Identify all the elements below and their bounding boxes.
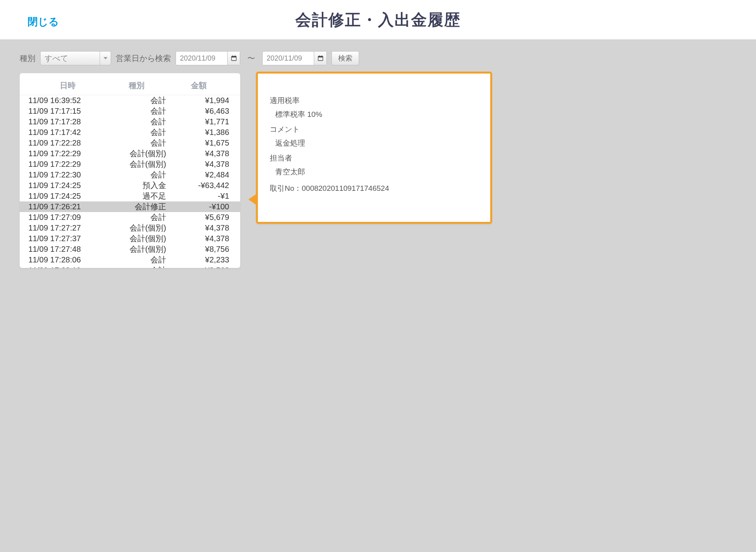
cell-amount: -¥63,442	[166, 181, 232, 190]
detail-panel: 適用税率 標準税率 10% コメント 返金処理 担当者 青空太郎 取引No：00…	[256, 72, 492, 224]
comment-value: 返金処理	[270, 138, 478, 149]
svg-rect-7	[321, 55, 322, 57]
to-date-calendar-button[interactable]	[314, 52, 326, 65]
col-header-datetime: 日時	[28, 80, 107, 91]
svg-rect-2	[232, 55, 233, 57]
cell-datetime: 11/09 17:24:25	[28, 191, 107, 201]
cell-type: 過不足	[107, 191, 166, 201]
tax-rate-value: 標準税率 10%	[270, 109, 478, 120]
col-header-type: 種別	[107, 80, 166, 91]
cell-amount: ¥2,563	[166, 266, 232, 268]
table-row[interactable]: 11/09 17:27:37会計(個別)¥4,378	[20, 233, 240, 244]
table-row[interactable]: 11/09 16:39:52会計¥1,994	[20, 95, 240, 106]
cell-datetime: 11/09 17:27:48	[28, 244, 107, 254]
cell-amount: ¥8,756	[166, 244, 232, 254]
close-link[interactable]: 閉じる	[28, 15, 59, 29]
table-body[interactable]: 11/09 16:39:52会計¥1,99411/09 17:17:15会計¥6…	[20, 95, 240, 268]
cell-amount: ¥1,771	[166, 117, 232, 127]
tax-rate-label: 適用税率	[270, 95, 478, 107]
comment-label: コメント	[270, 124, 478, 135]
cell-type: 会計(個別)	[107, 244, 166, 254]
from-date-calendar-button[interactable]	[227, 52, 240, 65]
date-search-label: 営業日から検索	[116, 53, 171, 64]
cell-type: 会計	[107, 138, 166, 148]
cell-amount: -¥100	[166, 202, 232, 212]
cell-amount: ¥1,386	[166, 127, 232, 137]
to-date-input[interactable]	[263, 52, 314, 65]
cell-amount: ¥1,675	[166, 138, 232, 148]
cell-datetime: 11/09 17:28:06	[28, 255, 107, 265]
table-row[interactable]: 11/09 17:28:06会計¥2,233	[20, 255, 240, 265]
search-button[interactable]: 検索	[332, 51, 359, 65]
table-row[interactable]: 11/09 17:26:21会計修正-¥100	[20, 201, 240, 212]
cell-type: 会計	[107, 127, 166, 137]
cell-datetime: 11/09 17:22:29	[28, 159, 107, 169]
cell-type: 預入金	[107, 181, 166, 190]
cell-amount: ¥4,378	[166, 234, 232, 244]
svg-rect-5	[318, 56, 323, 57]
table-row[interactable]: 11/09 17:17:42会計¥1,386	[20, 127, 240, 138]
cell-type: 会計	[107, 106, 166, 116]
cell-datetime: 11/09 17:17:15	[28, 106, 107, 116]
transaction-number: 取引No：00082020110917​1746524	[270, 183, 478, 194]
table-row[interactable]: 11/09 17:24:25過不足-¥1	[20, 191, 240, 201]
calendar-icon	[231, 54, 237, 63]
cell-type: 会計	[107, 170, 166, 180]
table-row[interactable]: 11/09 17:22:30会計¥2,484	[20, 170, 240, 180]
chevron-down-icon	[100, 52, 111, 65]
svg-rect-1	[232, 56, 236, 57]
table-row[interactable]: 11/09 17:17:15会計¥6,463	[20, 106, 240, 116]
table-row[interactable]: 11/09 17:28:19会計¥2,563	[20, 265, 240, 268]
cell-type: 会計	[107, 117, 166, 127]
history-table: 日時 種別 金額 11/09 16:39:52会計¥1,99411/09 17:…	[20, 73, 240, 268]
page-title: 会計修正・入出金履歴	[295, 9, 461, 31]
cell-datetime: 11/09 17:27:37	[28, 234, 107, 244]
cell-amount: ¥4,378	[166, 159, 232, 169]
svg-rect-6	[319, 55, 320, 57]
cell-datetime: 11/09 17:17:28	[28, 117, 107, 127]
type-select[interactable]: すべて	[40, 51, 111, 65]
cell-datetime: 11/09 17:27:27	[28, 223, 107, 233]
cell-amount: ¥4,378	[166, 149, 232, 159]
cell-type: 会計	[107, 255, 166, 265]
cell-datetime: 11/09 17:24:25	[28, 181, 107, 190]
from-date-input[interactable]	[176, 52, 227, 65]
calendar-icon	[318, 54, 323, 63]
cell-datetime: 11/09 17:22:28	[28, 138, 107, 148]
cell-amount: ¥4,378	[166, 223, 232, 233]
cell-datetime: 11/09 17:17:42	[28, 127, 107, 137]
cell-amount: ¥6,463	[166, 106, 232, 116]
table-row[interactable]: 11/09 17:17:28会計¥1,771	[20, 116, 240, 127]
table-row[interactable]: 11/09 17:27:27会計(個別)¥4,378	[20, 223, 240, 233]
cell-amount: ¥2,233	[166, 255, 232, 265]
cell-datetime: 11/09 17:28:19	[28, 266, 107, 268]
from-date-group	[176, 51, 240, 65]
cell-type: 会計(個別)	[107, 234, 166, 244]
table-row[interactable]: 11/09 17:22:29会計(個別)¥4,378	[20, 159, 240, 170]
cell-amount: ¥2,484	[166, 170, 232, 180]
type-selected-value: すべて	[44, 53, 68, 64]
cell-type: 会計	[107, 212, 166, 222]
filter-controls: 種別 すべて 営業日から検索 〜 検索	[0, 39, 756, 73]
cell-type: 会計修正	[107, 202, 166, 212]
table-row[interactable]: 11/09 17:27:09会計¥5,679	[20, 212, 240, 223]
cell-datetime: 11/09 16:39:52	[28, 96, 107, 105]
table-row[interactable]: 11/09 17:22:28会計¥1,675	[20, 138, 240, 148]
staff-value: 青空太郎	[270, 166, 478, 178]
cell-datetime: 11/09 17:26:21	[28, 202, 107, 212]
type-label: 種別	[20, 53, 35, 64]
cell-type: 会計(個別)	[107, 159, 166, 169]
cell-type: 会計(個別)	[107, 223, 166, 233]
col-header-amount: 金額	[166, 80, 232, 91]
cell-datetime: 11/09 17:22:30	[28, 170, 107, 180]
table-header-row: 日時 種別 金額	[20, 73, 240, 95]
cell-datetime: 11/09 17:22:29	[28, 149, 107, 159]
cell-type: 会計(個別)	[107, 149, 166, 159]
cell-amount: -¥1	[166, 191, 232, 201]
to-date-group	[262, 51, 327, 65]
svg-rect-3	[235, 55, 235, 57]
table-row[interactable]: 11/09 17:22:29会計(個別)¥4,378	[20, 148, 240, 159]
table-row[interactable]: 11/09 17:27:48会計(個別)¥8,756	[20, 244, 240, 255]
table-row[interactable]: 11/09 17:24:25預入金-¥63,442	[20, 180, 240, 191]
cell-amount: ¥1,994	[166, 96, 232, 105]
